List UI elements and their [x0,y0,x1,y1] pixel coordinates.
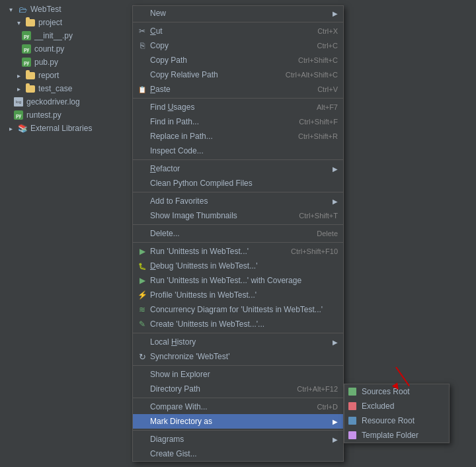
tree-label-report: report [38,71,59,80]
menu-item-run[interactable]: ▶ Run 'Unittests in WebTest...' Ctrl+Shi… [133,244,343,259]
menu-item-paste[interactable]: 📋 Paste Ctrl+V [133,82,343,97]
separator-2 [133,98,343,99]
menu-item-debug[interactable]: 🐛 Debug 'Unittests in WebTest...' [133,259,343,273]
arrow-down-icon2 [13,17,24,28]
extlib-icon: 📚 [17,123,28,134]
menu-label-create: Create 'Unittests in WebTest...'... [150,319,264,329]
menu-item-compare[interactable]: Compare With... Ctrl+D [133,400,343,414]
sync-icon: ↻ [137,351,147,362]
shortcut-compare: Ctrl+D [307,403,338,411]
menu-label-localhistory: Local History [150,337,196,347]
menu-item-copyrelpath[interactable]: Copy Relative Path Ctrl+Alt+Shift+C [133,67,343,82]
shortcut-copypath: Ctrl+Shift+C [288,56,338,64]
menu-item-findinpath[interactable]: Find in Path... Ctrl+Shift+F [133,114,343,129]
submenu-item-resource[interactable]: Resource Root [344,413,449,428]
tree-item-project[interactable]: project [0,16,132,29]
cut-icon: ✂ [137,26,147,36]
separator-4 [133,192,343,192]
tree-label-runtest: runtest.py [26,110,61,120]
file-tree: 🗁 WebTest project py __init__.py py coun… [0,0,132,467]
separator-1 [133,22,343,22]
separator-7 [133,333,343,333]
separator-3 [133,159,343,160]
menu-item-findusages[interactable]: Find Usages Alt+F7 [133,100,343,114]
submenu-label-template: Template Folder [362,431,418,440]
shortcut-dirpath: Ctrl+Alt+F12 [286,385,338,393]
menu-label-diagrams: Diagrams [150,435,184,444]
menu-label-dirpath: Directory Path [150,384,200,394]
tree-item-report[interactable]: report [0,69,132,82]
arrow-icon-refactor: ▶ [333,165,338,173]
tree-item-init[interactable]: py __init__.py [0,29,132,42]
submenu-item-excluded[interactable]: Excluded [344,399,449,413]
menu-item-replaceinpath[interactable]: Replace in Path... Ctrl+Shift+R [133,129,343,144]
menu-item-showinexplorer[interactable]: Show in Explorer [133,367,343,382]
menu-item-thumbnails[interactable]: Show Image Thumbnails Ctrl+Shift+T [133,208,343,223]
menu-item-create[interactable]: ✎ Create 'Unittests in WebTest...'... [133,317,343,331]
arrow-right-icon-extlibs [5,123,16,134]
profile-icon: ⚡ [137,290,147,300]
menu-item-inspectcode[interactable]: Inspect Code... [133,144,343,158]
submenu-label-excluded: Excluded [362,402,394,411]
arrow-icon-markdir: ▶ [333,418,338,425]
menu-item-copypath[interactable]: Copy Path Ctrl+Shift+C [133,53,343,67]
menu-label-inspectcode: Inspect Code... [150,146,204,155]
tree-item-webtest[interactable]: 🗁 WebTest [0,3,132,16]
menu-label-findusages: Find Usages [150,103,194,112]
menu-item-favorites[interactable]: Add to Favorites ▶ [133,194,343,208]
tree-item-count[interactable]: py count.py [0,42,132,56]
shortcut-copyrelpath: Ctrl+Alt+Shift+C [275,71,338,79]
shortcut-findinpath: Ctrl+Shift+F [288,118,338,126]
menu-label-debug: Debug 'Unittests in WebTest...' [150,261,257,271]
tree-label-pub: pub.py [34,58,58,67]
tree-item-pub[interactable]: py pub.py [0,56,132,69]
menu-item-runcov[interactable]: ▶ Run 'Unittests in WebTest...' with Cov… [133,273,343,288]
tree-item-runtest[interactable]: py runtest.py [0,108,132,122]
menu-item-markdir[interactable]: Mark Directory as ▶ [133,414,343,429]
folder-icon-project [25,17,36,28]
py-icon-runtest: py [13,110,24,120]
arrow-down-icon [5,4,16,15]
menu-label-cleanpython: Clean Python Compiled Files [150,179,253,188]
menu-label-run: Run 'Unittests in WebTest...' [150,247,249,256]
tree-item-geckodriver[interactable]: log geckodriver.log [0,95,132,108]
menu-label-copy: Copy [150,41,169,50]
menu-label-replaceinpath: Replace in Path... [150,132,213,141]
submenu-label-resource: Resource Root [362,416,415,425]
menu-item-new[interactable]: New ▶ [133,6,343,21]
tree-item-extlibs[interactable]: 📚 External Libraries [0,122,132,135]
shortcut-thumbnails: Ctrl+Shift+T [288,212,338,220]
menu-label-profile: Profile 'Unittests in WebTest...' [150,290,257,300]
menu-label-favorites: Add to Favorites [150,196,208,206]
menu-item-profile[interactable]: ⚡ Profile 'Unittests in WebTest...' [133,288,343,302]
tree-item-testcase[interactable]: test_case [0,82,132,95]
arrow-icon-new: ▶ [333,10,338,17]
menu-label-paste: Paste [150,85,171,94]
sources-icon [347,386,358,397]
submenu-item-template[interactable]: Template Folder [344,428,449,443]
menu-item-concurrency[interactable]: ≋ Concurrency Diagram for 'Unittests in … [133,302,343,317]
separator-9 [133,398,343,398]
debug-icon: 🐛 [137,261,147,271]
menu-label-refactor: Refactor [150,164,180,173]
copy-icon: ⎘ [137,40,147,51]
menu-item-dirpath[interactable]: Directory Path Ctrl+Alt+F12 [133,382,343,396]
context-menu: New ▶ ✂ Cut Ctrl+X ⎘ Copy Ctrl+C Copy Pa… [132,5,344,462]
project-icon: 🗁 [17,4,28,15]
separator-6 [133,242,343,243]
submenu-markdir: Sources Root Excluded Resource Root Temp… [344,384,450,443]
menu-item-diagrams[interactable]: Diagrams ▶ [133,432,343,446]
menu-item-creategist[interactable]: Create Gist... [133,446,343,461]
menu-label-cut: Cut [150,26,163,36]
menu-item-copy[interactable]: ⎘ Copy Ctrl+C [133,38,343,53]
menu-item-cut[interactable]: ✂ Cut Ctrl+X [133,24,343,38]
menu-item-localhistory[interactable]: Local History ▶ [133,335,343,349]
menu-item-sync[interactable]: ↻ Synchronize 'WebTest' [133,349,343,364]
shortcut-replaceinpath: Ctrl+Shift+R [288,132,338,140]
menu-label-creategist: Create Gist... [150,449,197,458]
menu-item-cleanpython[interactable]: Clean Python Compiled Files [133,176,343,191]
arrow-icon-diagrams: ▶ [333,436,338,443]
menu-item-refactor[interactable]: Refactor ▶ [133,161,343,176]
shortcut-copy: Ctrl+C [307,42,338,50]
menu-item-delete[interactable]: Delete... Delete [133,226,343,241]
